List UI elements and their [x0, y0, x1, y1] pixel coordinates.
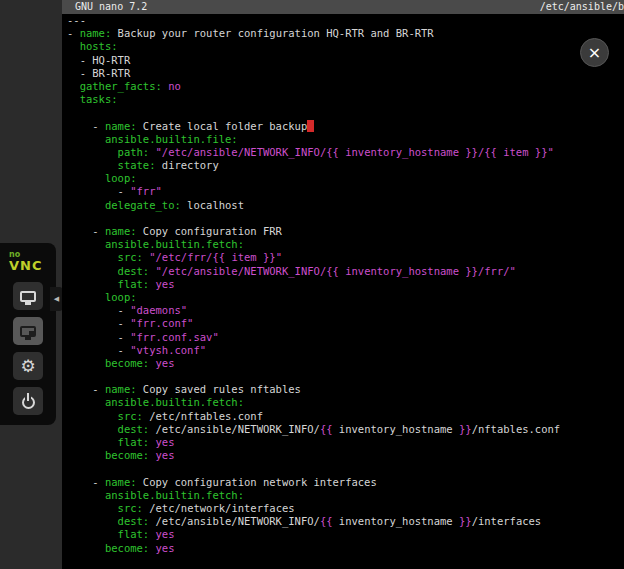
code-line: tasks:	[67, 93, 624, 106]
fullscreen-icon	[20, 291, 36, 302]
code-line: - "vtysh.conf"	[67, 344, 624, 357]
code-line: dest: /etc/ansible/NETWORK_INFO/{{ inven…	[67, 423, 624, 436]
code-line: become: yes	[67, 542, 624, 555]
code-line: become: yes	[67, 357, 624, 370]
code-line: - name: Copy configuration FRR	[67, 225, 624, 238]
code-line: flat: yes	[67, 278, 624, 291]
terminal-window[interactable]: GNU nano 7.2 /etc/ansible/b ---- name: B…	[62, 0, 624, 569]
text-cursor	[307, 120, 313, 132]
code-line: ansible.builtin.fetch:	[67, 396, 624, 409]
code-line: delegate_to: localhost	[67, 199, 624, 212]
code-line: src: /etc/network/interfaces	[67, 502, 624, 515]
code-line: - HQ-RTR	[67, 54, 624, 67]
code-line: loop:	[67, 291, 624, 304]
fullscreen-button[interactable]	[13, 282, 43, 310]
settings-button[interactable]: ⚙	[13, 352, 43, 380]
code-line: src: /etc/nftables.conf	[67, 410, 624, 423]
novnc-logo-text: VNC	[9, 259, 50, 272]
close-button[interactable]: ×	[580, 38, 609, 67]
code-line: ansible.builtin.fetch:	[67, 489, 624, 502]
code-line	[67, 106, 624, 119]
file-path-label: /etc/ansible/b	[540, 0, 624, 14]
code-line: - "frr.conf"	[67, 317, 624, 330]
code-line: flat: yes	[67, 436, 624, 449]
nano-titlebar: GNU nano 7.2 /etc/ansible/b	[62, 0, 624, 14]
code-line: ansible.builtin.fetch:	[67, 238, 624, 251]
nano-version-label: GNU nano 7.2	[75, 1, 147, 12]
power-icon	[21, 394, 36, 409]
code-line: dest: "/etc/ansible/NETWORK_INFO/{{ inve…	[67, 265, 624, 278]
code-line: - name: Create local folder backup	[67, 120, 624, 133]
code-line: state: directory	[67, 159, 624, 172]
code-line: src: "/etc/frr/{{ item }}"	[67, 251, 624, 264]
code-line: - name: Copy saved rules nftables	[67, 383, 624, 396]
gear-icon: ⚙	[20, 358, 35, 375]
code-line: path: "/etc/ansible/NETWORK_INFO/{{ inve…	[67, 146, 624, 159]
code-line	[67, 212, 624, 225]
code-line: - "daemons"	[67, 304, 624, 317]
drag-viewport-icon	[20, 326, 36, 337]
power-icon-bar	[27, 393, 29, 401]
code-line: gather_facts: no	[67, 80, 624, 93]
code-line: dest: /etc/ansible/NETWORK_INFO/{{ inven…	[67, 515, 624, 528]
code-line: - BR-RTR	[67, 67, 624, 80]
code-line: - "frr"	[67, 185, 624, 198]
collapse-left-icon: ◀	[54, 295, 59, 303]
editor-lines[interactable]: ---- name: Backup your router configurat…	[67, 14, 624, 569]
code-line: ---	[67, 14, 624, 27]
code-line	[67, 370, 624, 383]
code-line: flat: yes	[67, 528, 624, 541]
close-icon: ×	[588, 43, 601, 62]
novnc-logo: no VNC	[6, 247, 50, 275]
viewport-drag-button[interactable]	[13, 317, 43, 345]
code-line: become: yes	[67, 449, 624, 462]
vnc-control-bar: no VNC ⚙	[0, 243, 56, 425]
power-button[interactable]	[13, 387, 43, 415]
code-line	[67, 462, 624, 475]
code-line: hosts:	[67, 40, 624, 53]
code-line: - name: Copy configuration network inter…	[67, 476, 624, 489]
code-line: - "frr.conf.sav"	[67, 331, 624, 344]
code-line: - name: Backup your router configuration…	[67, 27, 624, 40]
code-line: ansible.builtin.file:	[67, 133, 624, 146]
code-line: loop:	[67, 172, 624, 185]
